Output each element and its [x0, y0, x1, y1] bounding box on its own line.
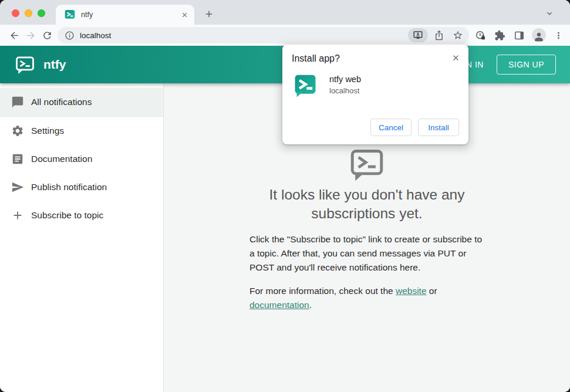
extensions-puzzle-icon[interactable]	[493, 29, 506, 42]
reload-icon[interactable]	[39, 27, 55, 43]
sidebar-item-all-notifications[interactable]: All notifications	[0, 88, 163, 116]
window-controls	[12, 9, 45, 17]
sidebar-nav: All notifications Settings Documentation…	[0, 83, 164, 392]
address-bar[interactable]: localhost	[58, 27, 469, 43]
more-info-middle: or	[427, 286, 437, 296]
forward-icon[interactable]	[22, 27, 39, 43]
tab-close-icon[interactable]	[179, 9, 190, 20]
sidebar-item-label: Publish notification	[31, 182, 107, 192]
install-app-icon[interactable]	[408, 28, 428, 42]
install-button[interactable]: Install	[418, 119, 459, 136]
url-text: localhost	[80, 31, 404, 40]
browser-toolbar: localhost	[0, 25, 570, 46]
chat-bubble-icon	[11, 96, 24, 109]
tab-strip: ntfy	[0, 0, 570, 25]
site-info-icon[interactable]	[65, 31, 75, 40]
ntfy-app-icon	[294, 74, 316, 97]
dialog-app-name: ntfy web	[329, 75, 361, 84]
tab-search-chevron-icon[interactable]	[543, 7, 556, 20]
plus-icon	[11, 209, 24, 222]
cancel-button[interactable]: Cancel	[370, 119, 412, 136]
dialog-actions: Cancel Install	[370, 119, 459, 136]
install-app-dialog: Install app? ntfy web localhost Cancel I…	[282, 45, 468, 144]
sidebar-item-publish-notification[interactable]: Publish notification	[0, 173, 163, 201]
sidebar-item-label: Documentation	[31, 154, 92, 164]
empty-state-body: Click the "Subscribe to topic" link to c…	[249, 232, 484, 275]
dialog-close-icon[interactable]	[449, 51, 462, 64]
side-panel-icon[interactable]	[512, 29, 525, 42]
article-icon	[11, 153, 24, 165]
gear-icon	[11, 124, 24, 137]
sidebar-item-settings[interactable]: Settings	[0, 117, 163, 145]
documentation-link[interactable]: documentation	[249, 300, 309, 310]
back-icon[interactable]	[6, 27, 22, 43]
empty-state-more-info: For more information, check out the webs…	[249, 284, 484, 312]
share-icon[interactable]	[431, 28, 447, 43]
more-info-suffix: .	[309, 300, 312, 310]
sidebar-item-label: Settings	[31, 126, 64, 136]
ntfy-logo-gray-icon	[348, 147, 386, 183]
send-icon	[11, 181, 24, 194]
website-link[interactable]: website	[396, 286, 427, 296]
ntfy-logo-icon	[14, 55, 36, 75]
empty-state-heading: It looks like you don't have any subscri…	[252, 185, 481, 223]
sidebar-item-documentation[interactable]: Documentation	[0, 145, 163, 173]
tab-title: ntfy	[81, 11, 179, 19]
sign-up-button[interactable]: SIGN UP	[497, 55, 556, 75]
close-window-button[interactable]	[12, 9, 19, 17]
browser-menu-kebab-icon[interactable]	[552, 29, 564, 41]
dialog-title: Install app?	[292, 53, 459, 64]
bookmark-star-icon[interactable]	[450, 28, 466, 43]
sidebar-item-subscribe-to-topic[interactable]: Subscribe to topic	[0, 201, 163, 229]
ntfy-favicon-icon	[65, 9, 75, 20]
dialog-app-row: ntfy web localhost	[292, 74, 459, 97]
maximize-window-button[interactable]	[38, 9, 45, 17]
browser-tab-ntfy[interactable]: ntfy	[56, 5, 194, 25]
sidebar-item-label: All notifications	[31, 97, 92, 107]
new-tab-button[interactable]	[201, 6, 217, 22]
password-manager-extension-icon[interactable]	[474, 29, 487, 42]
browser-window: ntfy localhost	[0, 0, 570, 392]
dialog-app-origin: localhost	[329, 86, 361, 95]
toolbar-extensions	[474, 28, 564, 42]
more-info-prefix: For more information, check out the	[249, 286, 396, 296]
dialog-app-meta: ntfy web localhost	[329, 74, 361, 95]
profile-avatar[interactable]	[532, 28, 546, 42]
sidebar-item-label: Subscribe to topic	[31, 210, 103, 221]
minimize-window-button[interactable]	[25, 9, 32, 17]
